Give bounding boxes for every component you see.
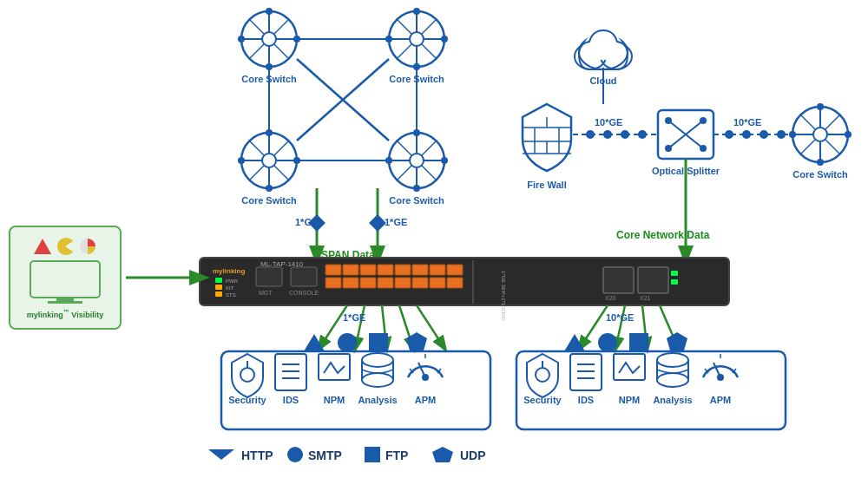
svg-text:Analysis: Analysis: [358, 395, 397, 405]
svg-text:Security: Security: [228, 395, 266, 405]
svg-point-98: [700, 145, 707, 152]
svg-text:X20: X20: [605, 295, 616, 301]
svg-line-42: [274, 166, 289, 180]
svg-point-124: [760, 130, 768, 139]
svg-rect-140: [343, 265, 358, 275]
svg-line-28: [422, 19, 437, 34]
svg-point-125: [777, 130, 786, 139]
ge-label-span-left: 1*GE: [295, 217, 318, 227]
firewall-icon: Fire Wall: [523, 104, 571, 190]
svg-line-107: [825, 140, 840, 154]
main-diagram-svg: Core Switch Core Switch: [0, 0, 868, 478]
svg-point-21: [410, 32, 424, 46]
svg-point-48: [266, 185, 273, 192]
svg-text:KIT: KIT: [226, 285, 234, 291]
svg-point-96: [700, 117, 707, 124]
svg-point-15: [238, 36, 245, 43]
svg-text:Analysis: Analysis: [653, 395, 692, 405]
svg-rect-148: [343, 278, 358, 288]
svg-line-56: [397, 141, 411, 155]
svg-line-11: [249, 19, 264, 34]
svg-text:APM: APM: [415, 395, 436, 405]
svg-point-95: [665, 117, 672, 124]
svg-rect-152: [412, 278, 428, 288]
svg-point-63: [413, 185, 420, 192]
svg-text:IDS: IDS: [578, 395, 594, 405]
svg-point-112: [817, 103, 824, 110]
svg-line-109: [800, 140, 815, 154]
svg-text:Security: Security: [523, 395, 562, 405]
svg-rect-139: [326, 265, 341, 275]
svg-line-27: [422, 44, 437, 59]
svg-rect-74: [369, 214, 386, 232]
svg-point-101: [813, 128, 827, 141]
svg-point-36: [262, 154, 276, 167]
svg-point-202: [536, 368, 549, 382]
svg-text:HTTP: HTTP: [241, 449, 273, 462]
svg-rect-143: [395, 265, 411, 275]
svg-point-218: [717, 374, 724, 381]
svg-point-194: [362, 373, 393, 387]
svg-point-113: [817, 159, 824, 166]
ge-label-fw-left: 10*GE: [595, 117, 622, 128]
svg-rect-151: [395, 278, 411, 288]
ge-bottom-right-label: 10*GE: [606, 312, 634, 323]
svg-point-117: [586, 130, 595, 139]
svg-marker-180: [667, 332, 687, 350]
svg-rect-129: [215, 285, 222, 290]
svg-line-44: [249, 166, 264, 180]
svg-marker-229: [432, 447, 453, 462]
svg-text:1*GE SFP+1*1G/10G: 1*GE SFP+1*1G/10G: [501, 271, 506, 321]
svg-point-97: [665, 145, 672, 152]
svg-text:NPM: NPM: [324, 395, 345, 405]
svg-rect-145: [430, 265, 445, 275]
svg-text:ML-TAP-1410: ML-TAP-1410: [260, 260, 304, 268]
svg-rect-146: [447, 265, 463, 275]
svg-point-197: [422, 374, 429, 381]
svg-rect-154: [447, 278, 463, 288]
core-network-label: Core Network Data: [616, 229, 710, 241]
svg-point-6: [262, 32, 276, 46]
svg-rect-227: [365, 447, 380, 462]
svg-text:NPM: NPM: [619, 395, 640, 405]
svg-line-12: [274, 44, 289, 59]
svg-line-106: [800, 115, 815, 129]
ge-label-span-right: 1*GE: [385, 217, 407, 227]
svg-text:FTP: FTP: [385, 449, 408, 462]
svg-point-178: [598, 333, 617, 352]
svg-point-191: [362, 353, 393, 367]
svg-text:Core Switch: Core Switch: [792, 169, 848, 180]
svg-text:Core Switch: Core Switch: [241, 195, 297, 206]
svg-point-51: [410, 154, 424, 167]
svg-line-165: [356, 305, 365, 345]
core-switch-br: Core Switch: [385, 129, 448, 206]
svg-point-215: [657, 373, 688, 387]
svg-point-118: [603, 130, 612, 139]
svg-rect-142: [378, 265, 393, 275]
svg-point-120: [638, 130, 647, 139]
svg-point-111: [845, 131, 852, 138]
svg-line-13: [274, 19, 289, 34]
svg-rect-175: [369, 333, 388, 352]
core-switch-bl: Core Switch: [238, 129, 300, 206]
svg-rect-136: [291, 267, 317, 286]
svg-text:mylinking: mylinking: [213, 267, 245, 275]
svg-rect-157: [603, 267, 634, 293]
svg-text:UDP: UDP: [460, 449, 486, 462]
core-switch-far-right: Core Switch: [789, 103, 852, 180]
svg-text:MGT: MGT: [259, 290, 273, 296]
svg-rect-134: [256, 267, 282, 286]
svg-line-170: [616, 305, 625, 345]
svg-text:Core Switch: Core Switch: [389, 195, 444, 206]
svg-point-225: [287, 447, 303, 462]
svg-point-122: [725, 130, 733, 139]
svg-point-61: [441, 157, 448, 164]
svg-text:STS: STS: [226, 292, 236, 298]
svg-line-14: [249, 44, 264, 59]
svg-text:CONSOLE: CONSOLE: [289, 290, 319, 296]
svg-text:X21: X21: [640, 295, 651, 301]
left-tool-box: [221, 351, 490, 429]
svg-line-41: [249, 141, 264, 155]
svg-line-59: [397, 166, 411, 180]
svg-marker-177: [564, 334, 585, 351]
